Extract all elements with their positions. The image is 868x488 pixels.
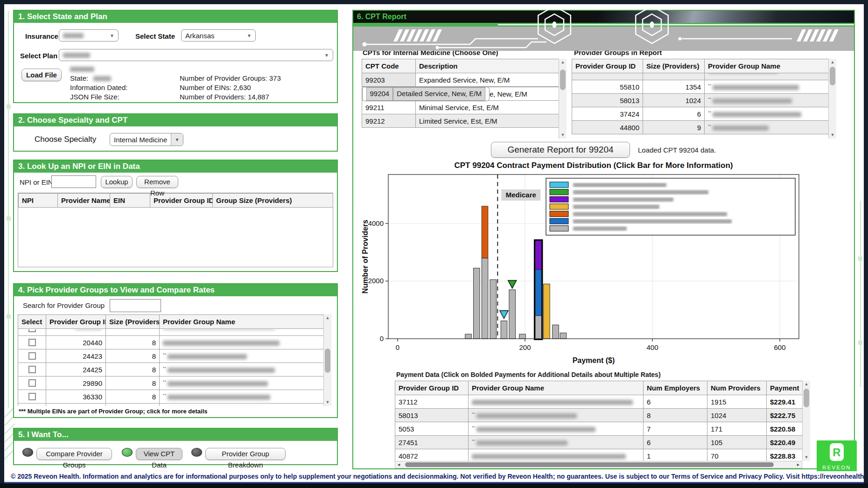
provider-group-row[interactable]: 374246** [572,107,829,121]
histogram-bar-gold[interactable] [544,284,550,339]
num-employers-cell: 1 [644,449,707,461]
compare-provider-groups-button[interactable]: Compare Provider Groups [36,448,112,460]
provider-group-row[interactable] [18,404,324,406]
payment-row[interactable]: 58013**81024$222.75 [395,409,803,422]
scrollbar-vertical[interactable]: ▲ ▼ [828,59,836,139]
scrollbar-horizontal[interactable]: ◄ ► [395,461,802,468]
select-checkbox[interactable] [28,352,36,360]
select-checkbox[interactable] [28,339,36,346]
histogram-bar-blue[interactable] [535,270,542,316]
provider-group-breakdown-button[interactable]: Provider Group Breakdown [205,448,286,460]
scroll-down-icon[interactable]: ▼ [324,399,331,406]
plan-select[interactable]: ▼ [59,49,333,61]
col-select: Select [18,315,46,329]
panel4-header: 4. Pick Provider Groups to View and Comp… [14,284,337,296]
cpt-row[interactable]: 99211Minimal Service, Est, E/M [362,101,559,114]
scroll-up-icon[interactable]: ▲ [324,314,331,321]
insurance-select[interactable]: ▼ [59,29,119,42]
payment-amount[interactable]: $222.75 [770,411,795,419]
group-id-cell: 37900 [572,73,643,80]
histogram-bar-gray[interactable] [501,321,507,339]
select-checkbox[interactable] [28,379,36,387]
histogram-bar-gray[interactable] [490,279,497,339]
scrollbar-vertical[interactable]: ▲ ▼ [802,381,810,461]
cpt-row[interactable]: 99204Detailed Service, New, E/M [362,87,490,101]
histogram-bar-purple[interactable] [535,241,542,270]
payment-amount[interactable]: $229.41 [770,398,795,406]
scroll-left-icon[interactable]: ◄ [395,461,402,468]
legend-swatch-gray [550,226,568,231]
payment-amount[interactable]: $220.49 [770,439,795,446]
histogram-bar-gray[interactable] [519,334,526,339]
view-cpt-data-button[interactable]: View CPT Data [136,448,182,460]
payment-amount[interactable]: $220.58 [770,425,795,433]
provider-group-row[interactable]: 298908** [18,376,324,390]
select-checkbox[interactable] [28,366,36,373]
payment-distribution-chart[interactable]: 0200400600020004000CPT 99204 Contract Pa… [360,162,820,373]
reveon-logo[interactable]: R REVEON [817,440,857,473]
group-size-cell: 8 [106,363,160,376]
payment-row[interactable]: 5053**7171$220.58 [395,422,803,436]
histogram-bar-gray[interactable] [482,258,488,339]
scroll-thumb[interactable] [405,462,774,467]
histogram-bar-orange[interactable] [482,206,488,258]
histogram-bar-gray[interactable] [474,268,480,339]
payment-row[interactable]: 27451**6105$220.49 [395,436,803,449]
payment-row[interactable]: 40872170$228.83 [395,449,803,461]
provider-group-row[interactable]: 379001790 [572,73,829,80]
provider-group-row[interactable]: 558101354** [572,80,829,94]
radio-view-cpt-data[interactable] [122,448,133,457]
select-checkbox[interactable] [28,393,36,400]
npi-ein-input[interactable] [51,175,96,188]
provider-group-row[interactable]: 204408 [18,336,324,349]
num-providers-cell: 1915 [707,395,767,409]
remove-row-button[interactable]: Remove Row [136,176,178,188]
scrollbar-vertical[interactable]: ▲ ▼ [323,314,331,406]
provider-group-row-partial[interactable] [18,329,324,336]
scroll-down-icon[interactable]: ▼ [559,132,567,139]
histogram-bar-gray[interactable] [560,333,567,339]
histogram-bar-gray[interactable] [509,290,516,339]
search-provider-group-input[interactable] [110,299,161,312]
payment-group-name-cell [469,449,644,461]
payment-row[interactable]: 3711261915$229.41 [395,395,803,409]
multi-ein-marker: ** [472,439,475,443]
cpt-code-cell: 99204 [366,87,393,101]
scroll-up-icon[interactable]: ▲ [559,59,567,66]
generate-report-button[interactable]: Generate Report for 99204 [491,142,630,158]
scroll-thumb[interactable] [560,70,566,90]
chart-text: 4000 [368,219,384,227]
scroll-thumb[interactable] [804,389,809,407]
provider-group-row[interactable]: 363308** [18,390,324,404]
group-size-cell [106,404,160,406]
cpt-row[interactable]: 99203Expanded Service, New, E/M [362,73,559,87]
panel2-header: 2. Choose Specialty and CPT [14,114,337,126]
scroll-thumb[interactable] [325,349,330,373]
provider-group-row[interactable]: 244258** [18,363,324,376]
redacted-text [713,125,769,131]
radio-provider-group-breakdown[interactable] [191,448,202,457]
scrollbar-vertical[interactable]: ▲ ▼ [559,59,567,139]
payment-amount[interactable]: $228.83 [770,452,795,460]
histogram-bar-gray[interactable] [553,325,559,339]
scroll-up-icon[interactable]: ▲ [803,381,810,388]
provider-group-row[interactable]: 448009** [572,121,829,134]
lookup-button[interactable]: Lookup [101,176,133,188]
cpt-row[interactable]: 99212Limited Service, Est, E/M [362,114,559,128]
scroll-thumb[interactable] [830,67,835,85]
scroll-up-icon[interactable]: ▲ [829,59,836,66]
cpt-description-cell: Minimal Service, Est, E/M [416,101,559,114]
state-select[interactable]: Arkansas ▼ [181,29,256,42]
provider-group-row[interactable]: 244238** [18,349,324,363]
scroll-down-icon[interactable]: ▼ [829,132,836,139]
provider-group-row[interactable]: 580131024** [572,94,829,107]
histogram-bar-gray[interactable] [535,316,542,339]
group-name-cell: ** [705,94,829,107]
legend-label-redacted [573,183,666,187]
radio-compare-provider-groups[interactable] [22,448,33,457]
load-file-button[interactable]: Load File [21,69,62,81]
specialty-select[interactable]: Internal Medicine ▼ [110,133,183,146]
histogram-bar-gray[interactable] [465,334,472,339]
scroll-down-icon[interactable]: ▼ [803,454,810,461]
scroll-right-icon[interactable]: ► [795,461,802,468]
